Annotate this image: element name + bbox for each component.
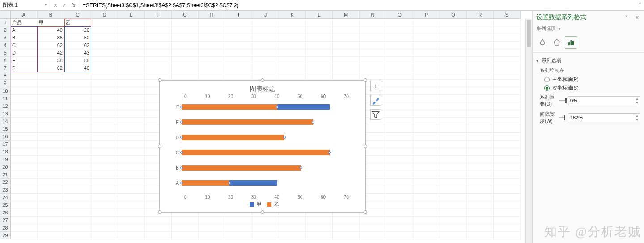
cell[interactable] — [64, 95, 91, 102]
cell[interactable] — [360, 57, 386, 64]
cell[interactable] — [440, 133, 467, 141]
bar-series-yi[interactable] — [182, 180, 229, 186]
cell[interactable] — [64, 148, 91, 156]
cell[interactable] — [172, 217, 199, 224]
row-header[interactable]: 2 — [0, 26, 11, 34]
cell[interactable] — [386, 179, 413, 186]
cell[interactable] — [118, 148, 145, 156]
cell[interactable] — [413, 80, 440, 87]
cell[interactable] — [225, 72, 252, 80]
cell[interactable] — [306, 224, 333, 232]
cell[interactable] — [467, 141, 494, 148]
row-header[interactable]: 9 — [0, 80, 11, 87]
cell[interactable] — [440, 80, 467, 87]
cell[interactable] — [11, 80, 38, 87]
row-header[interactable]: 12 — [0, 102, 11, 110]
cell[interactable] — [145, 19, 172, 26]
cell[interactable] — [11, 163, 38, 171]
cell[interactable] — [199, 42, 225, 49]
cell[interactable] — [118, 87, 145, 95]
cell[interactable]: 20 — [64, 26, 91, 34]
cell[interactable] — [64, 72, 91, 80]
cell[interactable] — [494, 194, 521, 201]
cell[interactable]: F — [11, 64, 38, 72]
cell[interactable] — [440, 148, 467, 156]
cell[interactable] — [386, 232, 413, 239]
column-header[interactable]: A — [11, 11, 38, 19]
resize-handle[interactable] — [158, 145, 161, 148]
cell[interactable] — [279, 64, 306, 72]
overlap-slider[interactable] — [559, 99, 565, 102]
cell[interactable] — [440, 87, 467, 95]
confirm-icon[interactable]: ✓ — [60, 1, 69, 10]
cell[interactable] — [11, 217, 38, 224]
cell[interactable] — [386, 57, 413, 64]
cell[interactable] — [386, 141, 413, 148]
cell[interactable] — [11, 209, 38, 217]
cell[interactable] — [225, 26, 252, 34]
cell[interactable] — [386, 95, 413, 102]
cell[interactable] — [386, 209, 413, 217]
cell[interactable] — [225, 57, 252, 64]
cell[interactable] — [386, 118, 413, 125]
cell[interactable]: B — [11, 34, 38, 42]
cell[interactable] — [360, 19, 386, 26]
cell[interactable] — [360, 42, 386, 49]
cell[interactable] — [440, 118, 467, 125]
row-header[interactable]: 13 — [0, 110, 11, 118]
cell[interactable] — [11, 232, 38, 239]
cell[interactable] — [38, 95, 64, 102]
cell[interactable] — [38, 156, 64, 163]
cell[interactable] — [91, 64, 118, 72]
cell[interactable] — [386, 156, 413, 163]
cell[interactable] — [118, 179, 145, 186]
cell[interactable] — [279, 19, 306, 26]
cell[interactable]: E — [11, 57, 38, 64]
cell[interactable] — [91, 26, 118, 34]
cell[interactable]: A — [11, 26, 38, 34]
cell[interactable] — [494, 171, 521, 179]
cell[interactable] — [252, 64, 279, 72]
cell[interactable]: 35 — [38, 34, 64, 42]
cell[interactable] — [440, 42, 467, 49]
cell[interactable] — [225, 42, 252, 49]
select-all-corner[interactable] — [0, 11, 11, 19]
cell[interactable] — [413, 141, 440, 148]
row-header[interactable]: 23 — [0, 186, 11, 194]
cell[interactable] — [386, 34, 413, 42]
series-options-icon[interactable] — [565, 36, 577, 49]
row-header[interactable]: 25 — [0, 201, 11, 209]
cell[interactable] — [118, 72, 145, 80]
chart-elements-button[interactable]: + — [370, 81, 381, 91]
cell[interactable] — [38, 110, 64, 118]
cell[interactable] — [91, 224, 118, 232]
cell[interactable] — [64, 179, 91, 186]
cell[interactable] — [118, 34, 145, 42]
cell[interactable] — [467, 49, 494, 57]
cell[interactable]: D — [11, 49, 38, 57]
chevron-down-icon[interactable]: ˅ — [623, 15, 630, 21]
cell[interactable] — [38, 186, 64, 194]
row-header[interactable]: 8 — [0, 72, 11, 80]
cell[interactable] — [386, 102, 413, 110]
cell[interactable] — [11, 186, 38, 194]
column-header[interactable]: I — [225, 11, 252, 19]
cell[interactable] — [172, 34, 199, 42]
cell[interactable] — [118, 57, 145, 64]
cell[interactable] — [172, 19, 199, 26]
cell[interactable] — [199, 34, 225, 42]
cell[interactable] — [386, 171, 413, 179]
column-header[interactable]: G — [172, 11, 199, 19]
cell[interactable] — [38, 133, 64, 141]
cell[interactable] — [11, 125, 38, 133]
cell[interactable] — [252, 42, 279, 49]
cell[interactable] — [413, 224, 440, 232]
resize-handle[interactable] — [261, 78, 264, 82]
cell[interactable] — [252, 49, 279, 57]
cell[interactable] — [145, 64, 172, 72]
cell[interactable] — [252, 26, 279, 34]
cell[interactable] — [360, 224, 386, 232]
cell[interactable]: 62 — [38, 64, 64, 72]
formula-input[interactable] — [80, 0, 636, 10]
gap-slider[interactable] — [559, 116, 565, 119]
